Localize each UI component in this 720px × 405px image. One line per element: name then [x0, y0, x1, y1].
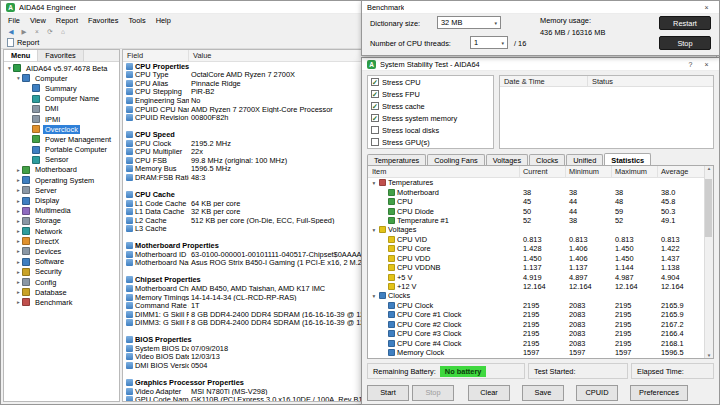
checkbox-icon[interactable]: ✓ — [371, 90, 379, 98]
statistics-row[interactable]: CPU Core #2 Clock 2195 2083 2195 2167.2 — [368, 320, 704, 329]
checkbox-icon[interactable] — [371, 138, 379, 146]
stability-titlebar[interactable]: A System Stability Test - AIDA64 ? × — [362, 58, 719, 71]
tree-item[interactable]: Power Management — [4, 134, 119, 144]
stop-button[interactable]: Stop — [659, 36, 711, 50]
menu-item[interactable]: Report — [51, 14, 83, 26]
help-icon[interactable]: ? — [683, 59, 698, 70]
twisty-icon[interactable]: ▾ — [6, 65, 13, 71]
tree-item[interactable]: Summary — [4, 83, 119, 93]
twisty-icon[interactable]: ▸ — [15, 187, 22, 193]
twisty-icon[interactable]: ▸ — [15, 279, 22, 285]
menu-item[interactable]: File — [3, 14, 25, 26]
tree-item[interactable]: ▸ Server — [4, 185, 119, 195]
tree-item[interactable]: ▸ Display — [4, 195, 119, 205]
tree-item[interactable]: ▸ Network — [4, 226, 119, 236]
statistics-row[interactable]: CPU Core #1 Clock 2195 2083 2195 2165.9 — [368, 310, 704, 319]
statistics-row[interactable]: +5 V 4.919 4.897 4.987 4.904 — [368, 272, 704, 281]
menu-item[interactable]: View — [25, 14, 51, 26]
field-column-header[interactable]: Field — [123, 50, 189, 61]
twisty-icon[interactable]: ▸ — [15, 228, 22, 234]
tree-item[interactable]: Sensor — [4, 155, 119, 165]
refresh-icon[interactable]: ⟳ — [44, 27, 56, 37]
tree-item[interactable]: Computer Name — [4, 94, 119, 104]
minimum-column-header[interactable]: Minimum — [566, 166, 612, 177]
checkbox-icon[interactable]: ✓ — [371, 102, 379, 110]
dialog-button[interactable]: Start — [367, 385, 409, 401]
cpu-threads-select[interactable]: 1 ▾ — [470, 36, 508, 49]
twisty-icon[interactable]: ▸ — [15, 269, 22, 275]
restart-button[interactable]: Restart — [659, 16, 711, 30]
tree-item[interactable]: ▸ Config — [4, 277, 119, 287]
menu-item[interactable]: Help — [151, 14, 176, 26]
stop-icon[interactable]: × — [31, 27, 43, 37]
average-column-header[interactable]: Average — [658, 166, 704, 177]
statistics-row[interactable]: ▾ Temperatures — [368, 178, 704, 187]
vertical-scrollbar[interactable]: ▲ ▼ — [704, 166, 713, 358]
checkbox-icon[interactable] — [371, 126, 379, 134]
twisty-icon[interactable]: ▸ — [15, 177, 22, 183]
twisty-icon[interactable]: ▾ — [371, 180, 377, 186]
twisty-icon[interactable]: ▾ — [371, 227, 377, 233]
tree-item[interactable]: ▸ Benchmark — [4, 297, 119, 307]
statistics-row[interactable]: CPU Core 1.428 1.406 1.450 1.422 — [368, 244, 704, 253]
checkbox-icon[interactable]: ✓ — [371, 78, 379, 86]
twisty-icon[interactable]: ▸ — [15, 218, 22, 224]
statistics-row[interactable]: CPU Core #3 Clock 2195 2083 2195 2166.4 — [368, 329, 704, 338]
item-column-header[interactable]: Item — [368, 166, 520, 177]
stress-option[interactable]: Stress local disks — [368, 124, 493, 136]
report-button[interactable]: Report — [17, 38, 39, 47]
tree-item[interactable]: ▸ Operating System — [4, 175, 119, 185]
stress-option[interactable]: ✓ Stress CPU — [368, 76, 493, 88]
tree-item[interactable]: ▾ Computer — [4, 73, 119, 83]
stress-option[interactable]: ✓ Stress FPU — [368, 88, 493, 100]
tree-item[interactable]: ▸ Storage — [4, 216, 119, 226]
home-icon[interactable]: ⌂ — [57, 27, 69, 37]
tree-item[interactable]: Overclock — [4, 124, 119, 134]
tree-item[interactable]: ▸ Devices — [4, 246, 119, 256]
dialog-button[interactable]: Clear — [468, 385, 510, 401]
status-column-header[interactable]: Status — [588, 76, 713, 86]
scroll-up-icon[interactable]: ▲ — [707, 166, 711, 171]
dialog-button[interactable]: CPUID — [576, 385, 618, 401]
twisty-icon[interactable]: ▸ — [15, 238, 22, 244]
statistics-row[interactable]: CPU 45 44 48 45.8 — [368, 197, 704, 206]
statistics-row[interactable]: Memory Clock 1597 1597 1597 1596.5 — [368, 348, 704, 357]
forward-icon[interactable]: ▶ — [18, 27, 30, 37]
maximum-column-header[interactable]: Maximum — [612, 166, 658, 177]
tree-item[interactable]: ▸ Multimedia — [4, 206, 119, 216]
twisty-icon[interactable]: ▾ — [15, 75, 22, 81]
twisty-icon[interactable]: ▸ — [15, 289, 22, 295]
twisty-icon[interactable]: ▾ — [371, 293, 377, 299]
twisty-icon[interactable]: ▸ — [15, 167, 22, 173]
statistics-row[interactable]: CPU VDD 1.450 1.406 1.450 1.437 — [368, 254, 704, 263]
twisty-icon[interactable]: ▸ — [15, 248, 22, 254]
menu-item[interactable]: Favorites — [83, 14, 123, 26]
statistics-row[interactable]: CPU VDDNB 1.137 1.137 1.144 1.138 — [368, 263, 704, 272]
stress-option[interactable]: ✓ Stress cache — [368, 100, 493, 112]
statistics-row[interactable]: Motherboard 38 38 38 38.0 — [368, 187, 704, 196]
back-icon[interactable]: ◀ — [5, 27, 17, 37]
stress-option[interactable]: ✓ Stress system memory — [368, 112, 493, 124]
sidebar-tab[interactable]: Favorites — [38, 50, 83, 61]
statistics-row[interactable]: Temperature #1 52 38 52 49.1 — [368, 216, 704, 225]
twisty-icon[interactable]: ▸ — [15, 198, 22, 204]
tree-item[interactable]: ▸ Software — [4, 257, 119, 267]
tree-item[interactable]: DMI — [4, 104, 119, 114]
twisty-icon[interactable]: ▸ — [15, 299, 22, 305]
tree-item[interactable]: ▸ Security — [4, 267, 119, 277]
statistics-row[interactable]: CPU Clock 2195 2083 2195 2165.9 — [368, 301, 704, 310]
dialog-button[interactable]: Stop — [412, 385, 454, 401]
tree-item[interactable]: ▸ Motherboard — [4, 165, 119, 175]
tree-item[interactable]: IPMI — [4, 114, 119, 124]
scrollbar-thumb[interactable] — [705, 179, 712, 237]
tree-item[interactable]: ▾ AIDA64 v5.97.4678 Beta — [4, 63, 119, 73]
date-time-column-header[interactable]: Date & Time — [500, 76, 588, 86]
benchmark-titlebar[interactable]: Benchmark × — [362, 1, 719, 14]
statistics-row[interactable]: +12 V 12.164 12.164 12.164 12.164 — [368, 282, 704, 291]
close-icon[interactable]: × — [699, 59, 714, 70]
statistics-row[interactable]: ▾ Voltages — [368, 225, 704, 234]
current-column-header[interactable]: Current — [520, 166, 566, 177]
close-icon[interactable]: × — [699, 2, 714, 13]
sidebar-tab[interactable]: Menu — [4, 50, 38, 61]
dialog-button[interactable]: Preferences — [630, 385, 688, 401]
